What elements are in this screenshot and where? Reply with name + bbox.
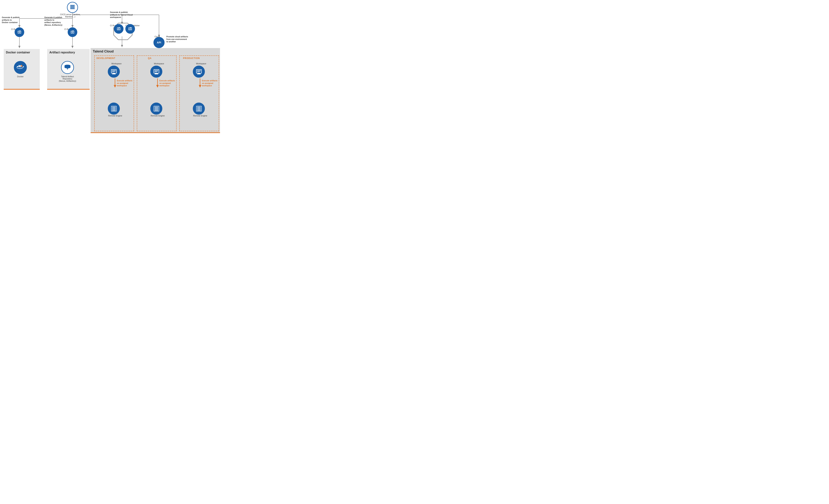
svg-rect-69 xyxy=(154,109,158,110)
docker-ci-builder-icon xyxy=(14,27,24,37)
svg-rect-46 xyxy=(112,73,115,74)
svg-rect-56 xyxy=(112,109,116,110)
svg-marker-65 xyxy=(156,85,159,88)
svg-marker-13 xyxy=(71,46,74,48)
artifact-repo-label: Talend ArtifactRepository(Nexus, Artifac… xyxy=(56,75,79,82)
qa-env-title: QA xyxy=(148,57,152,60)
dev-workspace-icon xyxy=(108,66,120,78)
svg-rect-54 xyxy=(112,107,116,107)
prod-workspace-label: Workspace xyxy=(194,63,209,65)
cloud-api-icon: API xyxy=(153,37,165,48)
svg-rect-47 xyxy=(112,74,116,74)
svg-rect-68 xyxy=(154,108,158,109)
svg-rect-83 xyxy=(197,110,201,111)
svg-marker-78 xyxy=(199,85,201,88)
diagram: CI/CD server (Jenkins, Bamboo...) Genera… xyxy=(0,0,222,135)
svg-rect-55 xyxy=(112,108,116,109)
promote-arrow-label: Promote cloud artifactsfrom one environm… xyxy=(167,36,201,43)
svg-rect-62 xyxy=(154,71,158,71)
svg-rect-73 xyxy=(197,74,201,74)
svg-rect-80 xyxy=(197,107,201,107)
docker-arrow-label: Generate & publishartifacts toDocker con… xyxy=(2,16,26,24)
svg-rect-32 xyxy=(17,66,18,67)
svg-rect-48 xyxy=(112,70,116,71)
docker-icon: ! xyxy=(14,61,27,74)
qa-engine-icon xyxy=(150,103,162,115)
prod-execute-label: Execute artifactson assignedworkspace xyxy=(202,79,222,87)
svg-rect-35 xyxy=(19,65,20,66)
docker-box-title: Docker container xyxy=(6,51,30,54)
svg-marker-3 xyxy=(18,25,21,27)
cloud-ci-builder-icon xyxy=(114,24,123,34)
svg-rect-33 xyxy=(19,66,20,67)
svg-rect-29 xyxy=(70,6,75,7)
svg-rect-63 xyxy=(154,72,157,72)
svg-rect-70 xyxy=(154,110,158,111)
artifact-arrow-label: Generate & publishartifacts toartifact r… xyxy=(44,16,73,27)
svg-rect-60 xyxy=(154,74,158,74)
svg-rect-76 xyxy=(197,72,200,72)
artifact-repo-icon xyxy=(61,61,74,74)
svg-rect-75 xyxy=(197,71,201,71)
talend-cloud-title: Talend Cloud xyxy=(93,49,114,53)
svg-rect-67 xyxy=(154,107,158,107)
artifact-box-title: Artifact repository xyxy=(49,51,75,54)
qa-execute-label: Execute artifactson assignedworkspace xyxy=(159,79,182,87)
prod-engine-label: Remote Engine xyxy=(192,115,209,117)
qa-workspace-label: Workspace xyxy=(152,63,167,65)
cicd-server-icon xyxy=(67,2,78,13)
dev-engine-label: Remote Engine xyxy=(107,115,123,117)
dev-engine-icon xyxy=(108,103,120,115)
artifact-ci-builder-icon xyxy=(68,27,77,37)
prod-workspace-icon xyxy=(193,66,205,78)
svg-marker-11 xyxy=(18,46,21,48)
dev-orange-arrow xyxy=(113,78,117,88)
svg-rect-28 xyxy=(70,5,75,6)
svg-text:!: ! xyxy=(22,65,22,66)
cloud-publisher-icon xyxy=(125,24,135,34)
svg-rect-61 xyxy=(154,70,158,71)
dev-execute-label: Execute artifactson assignedworkspace xyxy=(117,79,139,87)
prod-engine-icon xyxy=(193,103,205,115)
svg-rect-74 xyxy=(197,70,201,71)
dev-workspace-label: Workspace xyxy=(109,63,124,65)
prod-orange-arrow xyxy=(198,78,202,88)
svg-rect-30 xyxy=(70,7,75,8)
svg-marker-52 xyxy=(114,85,116,88)
svg-rect-49 xyxy=(112,71,116,71)
svg-rect-57 xyxy=(112,110,116,111)
svg-rect-31 xyxy=(70,8,75,9)
dev-env-title: DEVELOPMENT xyxy=(97,57,115,60)
qa-workspace-icon xyxy=(150,66,162,78)
svg-marker-15 xyxy=(121,45,123,47)
svg-rect-82 xyxy=(197,109,201,110)
docker-label: Docker xyxy=(14,75,27,78)
qa-orange-arrow xyxy=(156,78,159,88)
svg-rect-50 xyxy=(112,72,115,72)
cloud-arrow-label: Generate & publishartifacts to Talend Cl… xyxy=(110,11,145,19)
svg-rect-72 xyxy=(197,73,201,74)
qa-engine-label: Remote Engine xyxy=(149,115,166,117)
svg-rect-81 xyxy=(197,108,201,109)
prod-env-title: PRODUCTION xyxy=(183,57,200,60)
svg-rect-59 xyxy=(155,73,158,74)
